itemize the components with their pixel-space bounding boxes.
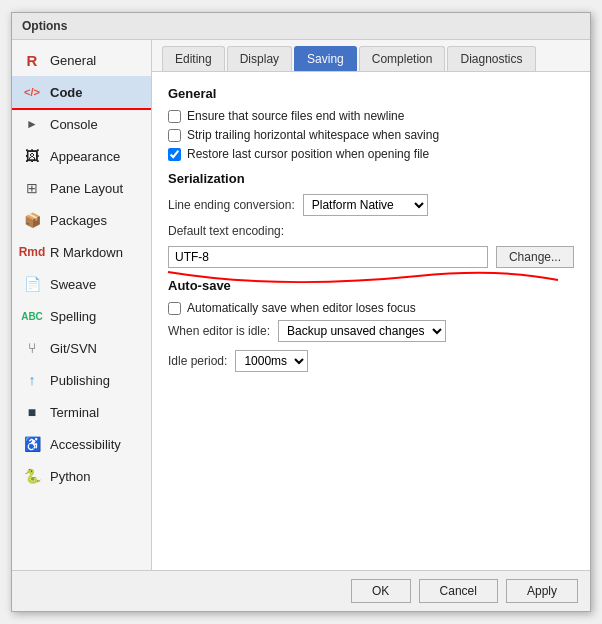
sidebar: R General </> Code ► Console 🖼 Appearanc… bbox=[12, 40, 152, 570]
main-content: Editing Display Saving Completion Diagno… bbox=[152, 40, 590, 570]
title-bar: Options bbox=[12, 13, 590, 40]
sidebar-label-pane-layout: Pane Layout bbox=[50, 181, 123, 196]
spelling-icon: ABC bbox=[22, 306, 42, 326]
sidebar-item-spelling[interactable]: ABC Spelling bbox=[12, 300, 151, 332]
sidebar-label-accessibility: Accessibility bbox=[50, 437, 121, 452]
apply-button[interactable]: Apply bbox=[506, 579, 578, 603]
line-ending-label: Line ending conversion: bbox=[168, 198, 295, 212]
line-ending-select[interactable]: Platform Native Windows (CR/LF) Posix (L… bbox=[303, 194, 428, 216]
options-dialog: Options R General </> Code ► Console 🖼 bbox=[11, 12, 591, 612]
tab-display[interactable]: Display bbox=[227, 46, 292, 71]
sidebar-item-packages[interactable]: 📦 Packages bbox=[12, 204, 151, 236]
sidebar-label-sweave: Sweave bbox=[50, 277, 96, 292]
cb-cursor[interactable] bbox=[168, 148, 181, 161]
tab-editing[interactable]: Editing bbox=[162, 46, 225, 71]
sidebar-label-spelling: Spelling bbox=[50, 309, 96, 324]
dialog-title: Options bbox=[22, 19, 67, 33]
red-underline-annotation bbox=[12, 108, 151, 110]
cb-newline[interactable] bbox=[168, 110, 181, 123]
ok-button[interactable]: OK bbox=[351, 579, 411, 603]
publishing-icon: ↑ bbox=[22, 370, 42, 390]
cb-whitespace-row: Strip trailing horizontal whitespace whe… bbox=[168, 128, 574, 142]
sidebar-label-python: Python bbox=[50, 469, 90, 484]
cb-whitespace[interactable] bbox=[168, 129, 181, 142]
general-section-title: General bbox=[168, 86, 574, 101]
appearance-icon: 🖼 bbox=[22, 146, 42, 166]
encoding-input[interactable] bbox=[168, 246, 488, 268]
sidebar-item-git-svn[interactable]: ⑂ Git/SVN bbox=[12, 332, 151, 364]
serialization-section-title: Serialization bbox=[168, 171, 574, 186]
idle-period-row: Idle period: 1000ms 500ms 2000ms bbox=[168, 350, 574, 372]
cb-autosave[interactable] bbox=[168, 302, 181, 315]
autosave-section-title: Auto-save bbox=[168, 278, 574, 293]
dialog-body: R General </> Code ► Console 🖼 Appearanc… bbox=[12, 40, 590, 570]
sidebar-item-publishing[interactable]: ↑ Publishing bbox=[12, 364, 151, 396]
sidebar-item-sweave[interactable]: 📄 Sweave bbox=[12, 268, 151, 300]
terminal-icon: ■ bbox=[22, 402, 42, 422]
sidebar-label-code: Code bbox=[50, 85, 83, 100]
content-area: General Ensure that source files end wit… bbox=[152, 72, 590, 570]
line-ending-row: Line ending conversion: Platform Native … bbox=[168, 194, 574, 216]
sidebar-item-pane-layout[interactable]: ⊞ Pane Layout bbox=[12, 172, 151, 204]
code-icon: </> bbox=[22, 82, 42, 102]
footer-bar: OK Cancel Apply bbox=[12, 570, 590, 611]
when-idle-label: When editor is idle: bbox=[168, 324, 270, 338]
sidebar-item-general[interactable]: R General bbox=[12, 44, 151, 76]
cb-cursor-row: Restore last cursor position when openin… bbox=[168, 147, 574, 161]
cb-autosave-row: Automatically save when editor loses foc… bbox=[168, 301, 574, 315]
idle-period-label: Idle period: bbox=[168, 354, 227, 368]
rmarkdown-icon: Rmd bbox=[22, 242, 42, 262]
change-button[interactable]: Change... bbox=[496, 246, 574, 268]
encoding-label-row: Default text encoding: bbox=[168, 224, 574, 238]
python-icon: 🐍 bbox=[22, 466, 42, 486]
sidebar-item-console[interactable]: ► Console bbox=[12, 108, 151, 140]
console-icon: ► bbox=[22, 114, 42, 134]
when-idle-row: When editor is idle: Backup unsaved chan… bbox=[168, 320, 574, 342]
sidebar-label-general: General bbox=[50, 53, 96, 68]
cb-newline-row: Ensure that source files end with newlin… bbox=[168, 109, 574, 123]
packages-icon: 📦 bbox=[22, 210, 42, 230]
tabs-bar: Editing Display Saving Completion Diagno… bbox=[152, 40, 590, 72]
cb-newline-label: Ensure that source files end with newlin… bbox=[187, 109, 404, 123]
sidebar-item-accessibility[interactable]: ♿ Accessibility bbox=[12, 428, 151, 460]
pane-layout-icon: ⊞ bbox=[22, 178, 42, 198]
tab-diagnostics[interactable]: Diagnostics bbox=[447, 46, 535, 71]
sidebar-label-appearance: Appearance bbox=[50, 149, 120, 164]
sidebar-item-appearance[interactable]: 🖼 Appearance bbox=[12, 140, 151, 172]
idle-period-select[interactable]: 1000ms 500ms 2000ms bbox=[235, 350, 308, 372]
sidebar-label-console: Console bbox=[50, 117, 98, 132]
when-idle-select[interactable]: Backup unsaved changes Save all files No… bbox=[278, 320, 446, 342]
sidebar-label-packages: Packages bbox=[50, 213, 107, 228]
sidebar-item-python[interactable]: 🐍 Python bbox=[12, 460, 151, 492]
tab-completion[interactable]: Completion bbox=[359, 46, 446, 71]
sidebar-label-git-svn: Git/SVN bbox=[50, 341, 97, 356]
cb-cursor-label: Restore last cursor position when openin… bbox=[187, 147, 429, 161]
sidebar-label-r-markdown: R Markdown bbox=[50, 245, 123, 260]
sidebar-item-r-markdown[interactable]: Rmd R Markdown bbox=[12, 236, 151, 268]
encoding-input-row: Change... bbox=[168, 246, 574, 268]
cb-autosave-label: Automatically save when editor loses foc… bbox=[187, 301, 416, 315]
accessibility-icon: ♿ bbox=[22, 434, 42, 454]
sidebar-label-publishing: Publishing bbox=[50, 373, 110, 388]
tab-saving[interactable]: Saving bbox=[294, 46, 357, 71]
general-icon: R bbox=[22, 50, 42, 70]
default-encoding-label: Default text encoding: bbox=[168, 224, 284, 238]
sidebar-item-terminal[interactable]: ■ Terminal bbox=[12, 396, 151, 428]
sidebar-item-code[interactable]: </> Code bbox=[12, 76, 151, 108]
cb-whitespace-label: Strip trailing horizontal whitespace whe… bbox=[187, 128, 439, 142]
sweave-icon: 📄 bbox=[22, 274, 42, 294]
gitsvn-icon: ⑂ bbox=[22, 338, 42, 358]
cancel-button[interactable]: Cancel bbox=[419, 579, 498, 603]
sidebar-label-terminal: Terminal bbox=[50, 405, 99, 420]
